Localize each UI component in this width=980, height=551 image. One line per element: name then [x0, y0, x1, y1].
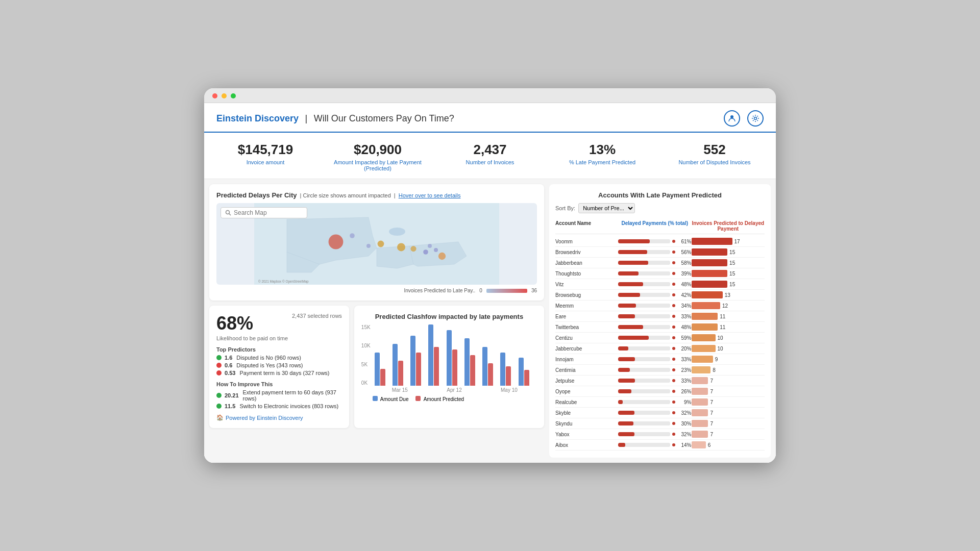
svg-point-6	[397, 243, 405, 251]
inv-bar-1	[692, 248, 728, 256]
col-header-name: Account Name	[555, 220, 618, 232]
delayed-bar-bg-6	[618, 304, 670, 308]
account-invoices-4: 15	[692, 281, 765, 288]
svg-text:© 2021 Mapbox © OpenStreetMap: © 2021 Mapbox © OpenStreetMap	[258, 280, 309, 284]
account-delayed-12: 23%	[618, 367, 692, 373]
map-search-box[interactable]	[220, 207, 307, 218]
stats-pct-label: Likelihood to be paid on time	[216, 335, 288, 341]
delayed-bar-bg-1	[618, 250, 670, 254]
map-title-text: Predicted Delays Per City	[216, 191, 297, 199]
legend-dot-0	[373, 396, 378, 401]
chart-x-axis: Mar 15 Apr 12 May 10	[373, 387, 537, 393]
inv-bar-4	[692, 281, 728, 288]
bar-group-6	[482, 347, 499, 386]
inv-bar-11	[692, 356, 713, 363]
kpi-disputed-value: 552	[658, 142, 771, 158]
account-delayed-16: 32%	[618, 410, 692, 416]
delayed-bar-fill-1	[618, 250, 647, 254]
pct-dot-8	[672, 325, 675, 329]
inv-bar-16	[692, 409, 708, 416]
settings-icon[interactable]	[747, 110, 764, 127]
account-row-8: Twitterbea 48% 11	[555, 322, 765, 333]
account-name-3: Thoughtsto	[555, 271, 618, 277]
minimize-dot[interactable]	[222, 93, 227, 98]
bar-group-5	[464, 338, 481, 386]
bar-due-5	[464, 338, 470, 386]
account-invoices-6: 12	[692, 302, 765, 309]
account-row-0: Voomm 61% 17	[555, 236, 765, 247]
account-invoices-0: 17	[692, 238, 765, 245]
inv-bar-19	[692, 441, 706, 448]
map-subtitle: | Circle size shows amount impacted	[300, 192, 391, 198]
bar-predicted-6	[488, 363, 493, 386]
kpi-num-invoices-label: Number of Invoices	[434, 159, 546, 165]
account-row-12: Centimia 23% 8	[555, 365, 765, 375]
inv-count-0: 17	[734, 239, 743, 244]
delayed-bar-fill-19	[618, 443, 625, 447]
pred-val-3: 0.53	[225, 370, 235, 376]
inv-count-4: 15	[729, 282, 738, 287]
inv-count-11: 9	[715, 357, 723, 362]
maximize-dot[interactable]	[231, 93, 236, 98]
delayed-bar-fill-18	[618, 432, 634, 436]
improve-label: How To Improve This	[216, 381, 342, 387]
bar-due-8	[519, 358, 524, 386]
bar-predicted-3	[434, 347, 439, 386]
delayed-bar-fill-11	[618, 357, 635, 361]
powered-by-link[interactable]: 🏠 Powered by Einstein Discovery	[216, 414, 342, 421]
header-icons	[724, 110, 764, 127]
account-delayed-2: 58%	[618, 260, 692, 266]
account-delayed-13: 33%	[618, 378, 692, 384]
inv-count-1: 15	[729, 249, 738, 255]
user-icon[interactable]	[724, 110, 740, 127]
close-dot[interactable]	[212, 93, 217, 98]
pct-dot-6	[672, 304, 675, 307]
account-invoices-10: 10	[692, 345, 765, 352]
account-delayed-18: 32%	[618, 432, 692, 437]
bar-due-2	[410, 336, 415, 386]
map-container: © 2021 Mapbox © OpenStreetMap	[216, 203, 537, 285]
chart-title: Predicted Clashfow impacted by late paym…	[361, 313, 537, 320]
account-name-19: Aibox	[555, 442, 618, 448]
predictor-3: 0.53 Payment term is 30 days (327 rows)	[216, 370, 342, 376]
delayed-bar-bg-11	[618, 357, 670, 361]
account-name-15: Realcube	[555, 399, 618, 405]
account-row-15: Realcube 9% 7	[555, 397, 765, 408]
account-delayed-7: 33%	[618, 314, 692, 319]
map-search-input[interactable]	[234, 209, 300, 216]
svg-point-5	[378, 241, 384, 247]
svg-point-1	[754, 117, 757, 120]
account-row-5: Browsebug 42% 13	[555, 290, 765, 300]
inv-count-5: 13	[725, 292, 733, 298]
delayed-bar-bg-0	[618, 239, 670, 243]
chart-title-text: Predicted Clashfow impacted by late paym…	[375, 313, 523, 320]
svg-point-8	[423, 249, 428, 255]
account-name-1: Browsedriv	[555, 249, 618, 255]
inv-count-3: 15	[729, 271, 738, 277]
sort-row: Sort By: Number of Pre...	[555, 203, 765, 213]
title-separator: |	[305, 113, 308, 123]
account-name-14: Oyope	[555, 389, 618, 394]
inv-bar-5	[692, 291, 723, 298]
sort-select[interactable]: Number of Pre...	[578, 203, 635, 213]
bar-predicted-5	[470, 355, 475, 386]
delayed-bar-fill-12	[618, 368, 630, 372]
bar-due-3	[428, 324, 433, 386]
page-title: Will Our Customers Pay On Time?	[314, 113, 454, 123]
account-pct-17: 30%	[677, 421, 692, 427]
svg-point-3	[389, 228, 405, 236]
browser-window: Einstein Discovery | Will Our Customers …	[204, 88, 776, 463]
inv-count-6: 12	[722, 303, 730, 309]
pct-dot-11	[672, 358, 675, 361]
inv-count-16: 7	[710, 410, 718, 416]
account-row-7: Eare 33% 11	[555, 311, 765, 322]
account-name-10: Jabbercube	[555, 346, 618, 352]
pct-dot-7	[672, 315, 675, 318]
map-hover-link[interactable]: Hover over to see details	[399, 192, 461, 198]
bar-predicted-2	[416, 353, 421, 386]
svg-point-15	[226, 211, 230, 214]
improve-2: 11.5 Switch to Electronic invoices (803 …	[216, 403, 342, 409]
delayed-bar-fill-2	[618, 261, 648, 265]
delayed-bar-fill-4	[618, 282, 643, 286]
delayed-bar-fill-15	[618, 400, 623, 404]
